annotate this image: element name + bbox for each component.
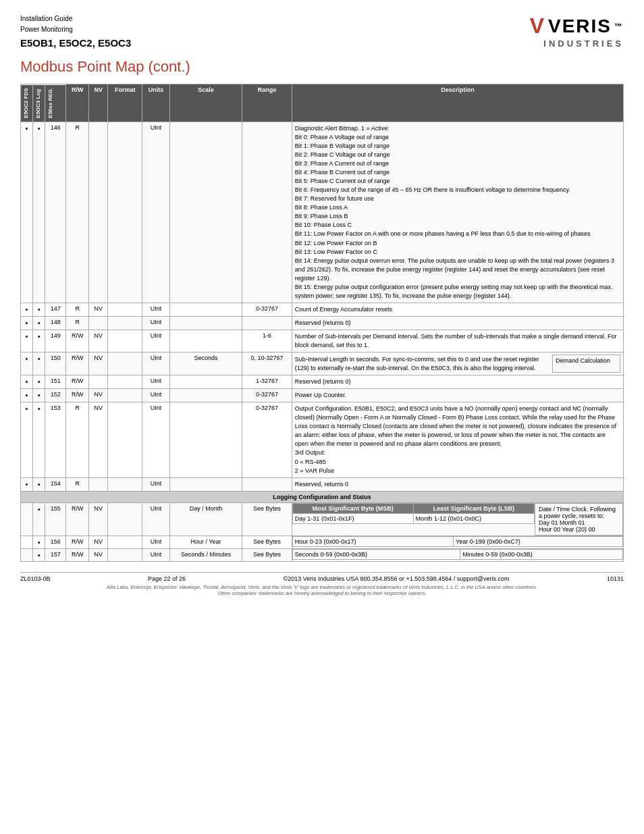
table-cell: • <box>33 330 45 352</box>
table-cell: R/W <box>66 375 89 389</box>
table-cell: R <box>66 303 89 316</box>
table-cell <box>169 316 242 330</box>
table-cell <box>108 330 142 352</box>
table-cell: Day / Month <box>169 502 242 536</box>
table-cell <box>108 477 142 491</box>
table-cell <box>169 477 242 491</box>
table-cell <box>242 316 292 330</box>
table-cell: • <box>33 303 45 316</box>
table-cell: R <box>66 316 89 330</box>
table-cell <box>108 375 142 389</box>
table-cell: 147 <box>45 303 66 316</box>
table-cell: UInt <box>142 375 170 389</box>
table-cell: 149 <box>45 330 66 352</box>
description-cell: Count of Energy Accumulator resets <box>292 303 623 316</box>
table-cell: R <box>66 477 89 491</box>
col-e50xxreg: E50xx REG. <box>45 84 66 122</box>
table-cell: 0-32767 <box>242 303 292 316</box>
table-cell: NV <box>89 502 108 536</box>
table-cell: Seconds <box>169 353 242 375</box>
table-row: ••150R/WNVUIntSeconds0, 10-32767Sub-Inte… <box>21 353 624 375</box>
table-cell: UInt <box>142 402 170 477</box>
description-cell: Reserved (returns 0) <box>292 316 623 330</box>
table-cell <box>169 375 242 389</box>
table-cell <box>89 375 108 389</box>
main-table: E5OC2 FDS E5OC3 Log E50xx REG. R/W NV Fo… <box>20 84 624 562</box>
table-cell: • <box>21 389 33 402</box>
table-cell: • <box>21 477 33 491</box>
table-cell <box>108 122 142 303</box>
description-cell: Reserved (returns 0) <box>292 375 623 389</box>
table-cell <box>108 502 142 536</box>
page-header: Installation Guide Power Monitoring E5OB… <box>20 14 624 51</box>
table-cell: • <box>21 303 33 316</box>
table-cell: • <box>33 353 45 375</box>
table-row: ••148RUIntReserved (returns 0) <box>21 316 624 330</box>
table-cell: R/W <box>66 389 89 402</box>
table-cell: UInt <box>142 122 170 303</box>
table-cell: • <box>33 122 45 303</box>
table-cell: UInt <box>142 502 170 536</box>
footer-main: ZL0103-0B Page 22 of 26 ©2013 Veris Indu… <box>20 575 624 582</box>
logo-area: V VERIS ™ INDUSTRIES <box>530 14 624 49</box>
table-cell <box>89 122 108 303</box>
table-cell: 146 <box>45 122 66 303</box>
table-row: ••151R/WUInt1-32767Reserved (returns 0) <box>21 375 624 389</box>
header-line2: Power Monitoring <box>20 24 131 35</box>
table-cell: NV <box>89 303 108 316</box>
log-table-row: •156R/WNVUIntHour / YearSee BytesHour 0-… <box>21 536 624 548</box>
table-cell: R/W <box>66 502 89 536</box>
table-cell: • <box>33 316 45 330</box>
table-cell: 152 <box>45 389 66 402</box>
header-line1: Installation Guide <box>20 14 131 24</box>
header-left: Installation Guide Power Monitoring E5OB… <box>20 14 131 51</box>
msb-value: Day 1-31 (0x01-0x1F) <box>292 514 413 524</box>
table-cell: R/W <box>66 536 89 548</box>
table-cell: Hour / Year <box>169 536 242 548</box>
description-cell: Power Up Counter. <box>292 389 623 402</box>
table-cell: NV <box>89 548 108 561</box>
col-e5oc3log: E5OC3 Log <box>33 84 45 122</box>
table-cell <box>169 389 242 402</box>
table-cell <box>169 330 242 352</box>
table-cell: 1-6 <box>242 330 292 352</box>
section-row: Logging Configuration and Status <box>21 491 624 502</box>
table-cell: • <box>33 375 45 389</box>
msb-value: Seconds 0-59 (0x00-0x3B) <box>292 549 460 559</box>
table-cell: R/W <box>66 330 89 352</box>
logo-text: V VERIS ™ <box>530 14 624 38</box>
table-cell: • <box>21 316 33 330</box>
col-nv: NV <box>89 84 108 122</box>
table-cell <box>242 122 292 303</box>
description-cell: Diagnostic Alert Bitmap. 1 = Active: Bit… <box>292 122 623 303</box>
table-cell: • <box>33 502 45 536</box>
table-cell: • <box>33 548 45 561</box>
log-description-cell: Hour 0-23 (0x00-0x17)Year 0-199 (0x00-0x… <box>292 536 623 548</box>
table-cell: UInt <box>142 477 170 491</box>
table-cell: 157 <box>45 548 66 561</box>
table-cell <box>108 536 142 548</box>
col-units: Units <box>142 84 170 122</box>
footer-pageinfo: Page 22 of 26 <box>148 575 186 582</box>
table-row: ••152R/WNVUInt0-32767Power Up Counter. <box>21 389 624 402</box>
table-cell <box>21 536 33 548</box>
lsb-value: Month 1-12 (0x01-0x0C) <box>413 514 534 524</box>
table-cell <box>108 353 142 375</box>
table-cell: • <box>21 122 33 303</box>
footer-tm1: Alta Labs, Enercept, Enspector, Hawkeye,… <box>20 584 624 590</box>
logo-tm: ™ <box>614 22 624 31</box>
table-cell <box>108 316 142 330</box>
table-cell: NV <box>89 536 108 548</box>
col-scale: Scale <box>169 84 242 122</box>
table-cell: NV <box>89 353 108 375</box>
log-description-cell: Seconds 0-59 (0x00-0x3B)Minutes 0-59 (0x… <box>292 548 623 561</box>
table-cell: See Bytes <box>242 548 292 561</box>
description-cell: Number of Sub-Intervals per Demand Inter… <box>292 330 623 352</box>
table-cell: • <box>21 330 33 352</box>
log-table-row: •155R/WNVUIntDay / MonthSee BytesMost Si… <box>21 502 624 536</box>
table-row: ••149R/WNVUInt1-6Number of Sub-Intervals… <box>21 330 624 352</box>
table-cell: 151 <box>45 375 66 389</box>
table-cell <box>21 502 33 536</box>
lsb-value: Minutes 0-59 (0x00-0x3B) <box>460 549 623 559</box>
table-cell: R <box>66 402 89 477</box>
